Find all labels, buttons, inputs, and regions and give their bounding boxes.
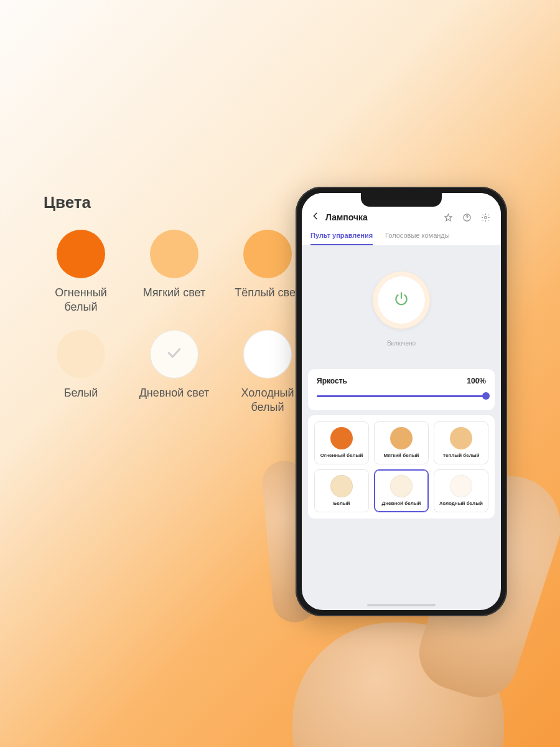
color-label: Белый	[333, 501, 350, 507]
phone-screen: Лампочка Пульт управления Голосовые кома…	[302, 193, 501, 610]
power-button[interactable]	[373, 271, 430, 329]
color-option-daylight-white[interactable]: Дневной белый	[374, 469, 429, 512]
hand-holding-phone: Лампочка Пульт управления Голосовые кома…	[236, 187, 560, 747]
palette-label: Дневной свет	[139, 386, 210, 400]
gear-icon[interactable]	[478, 213, 492, 222]
tabs: Пульт управления Голосовые команды	[310, 232, 492, 245]
color-option-soft-white[interactable]: Мягкий белый	[374, 421, 429, 464]
palette-label: Белый	[64, 386, 98, 400]
brightness-slider[interactable]	[317, 392, 486, 400]
star-icon[interactable]	[441, 213, 455, 222]
color-swatch	[390, 475, 413, 497]
palette-swatch	[150, 230, 198, 278]
checkmark-icon	[165, 344, 184, 365]
color-option-fire-white[interactable]: Огненный белый	[314, 421, 369, 464]
color-swatch	[450, 475, 472, 497]
app-title: Лампочка	[325, 212, 436, 222]
slider-fill	[317, 395, 486, 397]
palette-item-white[interactable]: Белый	[44, 330, 118, 414]
svg-marker-0	[444, 214, 451, 220]
palette-swatch	[150, 330, 198, 378]
color-swatch	[390, 427, 413, 449]
svg-point-3	[484, 216, 487, 218]
color-swatch	[330, 427, 353, 449]
color-label: Дневной белый	[382, 501, 421, 507]
color-option-warm-white[interactable]: Теплый белый	[434, 421, 488, 464]
home-indicator[interactable]	[367, 604, 436, 606]
tab-remote[interactable]: Пульт управления	[310, 232, 373, 245]
palette-label: Мягкий свет	[143, 286, 205, 300]
palette-swatch	[57, 330, 105, 378]
color-label: Мягкий белый	[384, 453, 419, 459]
phone-notch	[361, 193, 442, 207]
color-option-white[interactable]: Белый	[314, 469, 369, 512]
color-label: Огненный белый	[320, 453, 363, 459]
palette-item-fire-white[interactable]: Огненный белый	[44, 230, 118, 314]
color-swatch	[450, 427, 472, 449]
brightness-card: Яркость 100%	[308, 369, 495, 410]
color-label: Теплый белый	[442, 453, 479, 459]
slider-thumb[interactable]	[482, 392, 490, 400]
tab-voice[interactable]: Голосовые команды	[385, 232, 450, 245]
palette-swatch	[57, 230, 105, 278]
help-icon[interactable]	[460, 213, 474, 222]
power-status-label: Включено	[387, 340, 416, 347]
color-swatch	[330, 475, 353, 497]
power-section: Включено	[302, 245, 501, 364]
color-presets-card: Огненный белый Мягкий белый Теплый белый…	[308, 415, 495, 519]
brightness-label: Яркость	[317, 377, 347, 385]
power-icon	[393, 291, 409, 309]
color-option-cold-white[interactable]: Холодный белый	[434, 469, 488, 512]
palette-item-daylight[interactable]: Дневной свет	[137, 330, 212, 414]
color-label: Холодный белый	[439, 501, 483, 507]
brightness-value: 100%	[467, 377, 486, 385]
palette-label: Огненный белый	[55, 286, 106, 314]
palette-item-soft-light[interactable]: Мягкий свет	[137, 230, 212, 314]
color-presets-grid: Огненный белый Мягкий белый Теплый белый…	[314, 421, 488, 512]
phone-frame: Лампочка Пульт управления Голосовые кома…	[296, 187, 507, 616]
back-icon[interactable]	[310, 211, 320, 223]
svg-point-2	[467, 219, 467, 220]
